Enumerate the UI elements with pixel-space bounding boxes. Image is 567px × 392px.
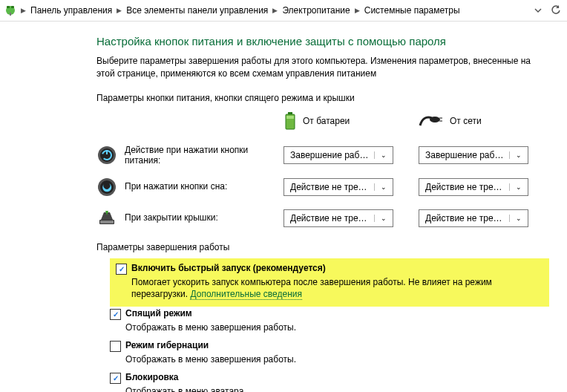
lock-checkbox[interactable] [110,373,121,384]
chevron-down-icon: ⌄ [374,183,390,191]
fast-startup-title: Включить быстрый запуск (рекомендуется) [131,263,326,273]
page-description: Выберите параметры завершения работы для… [96,55,549,81]
svg-rect-13 [106,150,108,154]
svg-rect-3 [10,13,11,16]
power-options-icon [4,4,16,16]
svg-point-15 [100,180,114,194]
more-info-link[interactable]: Дополнительные сведения [190,289,301,300]
row-lid-close: При закрытии крышки: [96,208,267,229]
sleep-desc: Отображать в меню завершения работы. [125,321,549,334]
svg-rect-5 [288,112,292,114]
lid-close-ac-select[interactable]: Действие не требуется⌄ [419,209,528,227]
chevron-down-icon: ⌄ [374,215,390,222]
breadcrumb-item: Системные параметры [364,5,460,16]
chevron-down-icon: ⌄ [374,151,390,159]
column-header-battery: От батареи [284,108,402,134]
breadcrumb-item[interactable]: Электропитание [282,5,350,16]
power-button-battery-select[interactable]: Завершение работы⌄ [284,146,393,164]
svg-rect-8 [439,117,442,119]
column-header-battery-label: От батареи [303,116,350,126]
chevron-right-icon: ▶ [355,7,360,14]
svg-rect-17 [100,220,114,223]
breadcrumb-item[interactable]: Панель управления [30,5,112,16]
chevron-right-icon: ▶ [272,7,278,14]
hibernate-title: Режим гибернации [125,340,209,350]
buttons-section-label: Параметры кнопки питания, кнопки спящего… [96,93,549,103]
row-lid-close-label: При закрытии крышки: [125,212,218,223]
fast-startup-option: Включить быстрый запуск (рекомендуется) … [110,258,549,307]
breadcrumb-item[interactable]: Все элементы панели управления [126,5,268,16]
svg-rect-6 [286,116,294,119]
history-dropdown-icon[interactable] [531,4,545,17]
power-button-ac-select[interactable]: Завершение работы⌄ [419,146,528,164]
sleep-title: Спящий режим [125,308,192,318]
hibernate-option: Режим гибернации Отображать в меню завер… [110,340,549,366]
sleep-button-ac-select[interactable]: Действие не требуется⌄ [419,178,528,196]
page-title: Настройка кнопок питания и включение защ… [96,35,549,48]
lock-desc: Отображать в меню аватара. [125,385,549,392]
sleep-checkbox[interactable] [110,309,121,320]
row-power-button: Действие при нажатии кнопки питания: [96,145,267,166]
breadcrumb: ▶ Панель управления ▶ Все элементы панел… [0,0,567,22]
chevron-down-icon: ⌄ [509,151,525,159]
fast-startup-desc: Помогает ускорить запуск компьютера посл… [131,276,543,301]
row-sleep-button: При нажатии кнопки сна: [96,177,267,197]
sleep-button-battery-select[interactable]: Действие не требуется⌄ [284,178,393,196]
hibernate-desc: Отображать в меню завершения работы. [125,353,549,366]
lid-close-battery-select[interactable]: Действие не требуется⌄ [284,209,393,227]
chevron-right-icon: ▶ [117,7,122,14]
column-header-ac: От сети [419,108,537,134]
sleep-option: Спящий режим Отображать в меню завершени… [110,308,549,334]
sleep-button-icon [96,177,117,197]
laptop-lid-icon [96,208,117,229]
refresh-icon[interactable] [549,4,563,17]
svg-rect-1 [7,6,10,8]
chevron-down-icon: ⌄ [509,215,525,222]
lock-option: Блокировка Отображать в меню аватара. [110,372,549,392]
row-sleep-button-label: При нажатии кнопки сна: [125,181,227,192]
fast-startup-checkbox[interactable] [116,264,127,275]
column-header-ac-label: От сети [450,116,482,126]
row-power-button-label: Действие при нажатии кнопки питания: [125,145,267,166]
lock-title: Блокировка [125,372,179,382]
svg-rect-9 [439,120,442,122]
plug-icon [419,114,444,128]
hibernate-checkbox[interactable] [110,341,121,352]
battery-icon [284,111,297,131]
power-button-icon [96,145,117,166]
shutdown-section-label: Параметры завершения работы [96,242,549,252]
chevron-right-icon: ▶ [21,7,26,14]
chevron-down-icon: ⌄ [509,183,525,191]
svg-rect-2 [11,6,14,8]
svg-point-7 [430,117,440,122]
